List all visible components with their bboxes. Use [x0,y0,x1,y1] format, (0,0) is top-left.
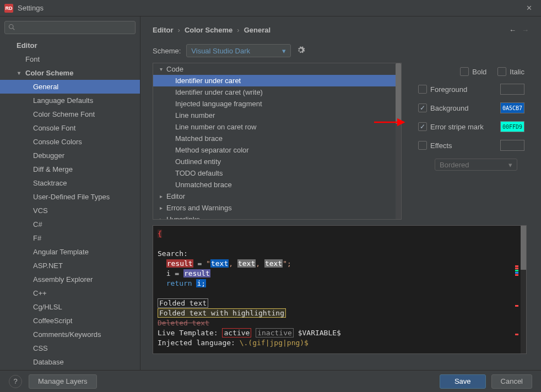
error-stripe-mark[interactable] [515,265,518,267]
breadcrumb-item[interactable]: Editor [153,26,174,34]
scrollbar[interactable] [396,63,401,219]
effects-checkbox[interactable]: Effects [418,141,452,150]
tree-item[interactable]: User-Defined File Types [0,190,140,204]
checkbox-icon [418,141,427,150]
chevron-down-icon: ▾ [282,47,286,55]
tree-item[interactable]: Comments/Keywords [0,328,140,341]
bold-checkbox[interactable]: Bold [460,67,486,76]
error-stripe-mark[interactable] [515,274,518,276]
preview-editor[interactable]: { Search: result = "text, text, text"; i… [153,225,527,354]
scrollbar-thumb[interactable] [396,63,401,124]
chevron-right-icon: › [178,26,180,34]
tree-item[interactable]: C++ [0,286,140,300]
checkbox-icon [418,85,427,94]
tree-item-label: Console Colors [33,138,82,146]
tree-item-label: Diff & Merge [33,165,73,173]
tree-item-label: General [33,83,58,91]
checkbox-icon [418,104,427,112]
nav-back-icon[interactable]: ← [509,26,516,34]
scheme-tree-group[interactable]: ▾Code [153,63,401,75]
chevron-right-icon: › [237,26,239,34]
scheme-tree-item[interactable]: TODO defaults [153,167,401,179]
error-stripe-mark[interactable] [515,305,518,307]
settings-search[interactable] [4,21,136,34]
scheme-select[interactable]: Visual Studio Dark ▾ [186,44,291,57]
app-icon: RD [4,4,13,13]
tree-item[interactable]: Language Defaults [0,94,140,107]
scheme-tree-group[interactable]: ▸Editor [153,190,401,202]
scheme-tree-label: Errors and Warnings [166,204,232,212]
background-swatch[interactable]: 0A5CB7 [500,102,524,113]
chevron-icon: ▸ [160,193,166,199]
breadcrumb-item[interactable]: Color Scheme [185,26,232,34]
tree-item[interactable]: C# [0,217,140,231]
tree-item[interactable]: Font [0,52,140,66]
chevron-down-icon: ▾ [508,161,512,169]
breadcrumb-item: General [244,26,270,34]
error-stripe-swatch[interactable]: 00FFD9 [500,121,524,132]
search-input[interactable] [17,24,132,32]
error-stripe-gutter[interactable] [514,226,518,353]
italic-checkbox[interactable]: Italic [497,67,524,76]
cancel-button[interactable]: Cancel [491,374,532,389]
svg-point-0 [9,24,14,29]
scheme-tree-group[interactable]: ▸Errors and Warnings [153,202,401,214]
scheme-tree-item[interactable]: Identifier under caret (write) [153,86,401,98]
tree-item[interactable]: Database [0,355,140,369]
tree-item[interactable]: Diff & Merge [0,162,140,176]
scheme-tree-item[interactable]: Identifier under caret [153,75,401,86]
tree-item[interactable]: Stacktrace [0,176,140,190]
tree-item[interactable]: Debugger [0,149,140,162]
scheme-element-tree[interactable]: ▾CodeIdentifier under caretIdentifier un… [153,63,402,220]
tree-item[interactable]: Color Scheme Font [0,107,140,121]
tree-item[interactable]: CoffeeScript [0,314,140,328]
scrollbar[interactable] [521,226,526,353]
error-stripe-mark[interactable] [515,270,518,271]
error-stripe-mark[interactable] [515,268,518,269]
tree-item[interactable]: Console Colors [0,135,140,149]
effects-swatch[interactable] [500,140,524,151]
scheme-tree-item[interactable]: Line number on caret row [153,121,401,133]
tree-item[interactable]: Assembly Explorer [0,273,140,286]
error-stripe-mark[interactable] [515,272,518,274]
scheme-tree-item[interactable]: Line number [153,110,401,121]
scheme-tree-item[interactable]: Injected language fragment [153,98,401,110]
preview-text: result [166,259,193,268]
tree-item-editor[interactable]: Editor [0,39,140,52]
settings-tree[interactable]: EditorFont▾Color SchemeGeneralLanguage D… [0,39,140,370]
save-button[interactable]: Save [440,374,486,389]
effects-type-select[interactable]: Bordered ▾ [435,159,517,171]
scrollbar-thumb[interactable] [521,226,526,270]
bold-label: Bold [472,68,486,76]
tree-item[interactable]: F# [0,231,140,245]
gear-icon[interactable] [296,46,305,56]
tree-item-label: Assembly Explorer [33,275,93,284]
tree-item-label: VCS [33,206,48,215]
manage-layers-button[interactable]: Manage Layers [29,374,97,389]
tree-item-label: Font [25,55,40,63]
scheme-value: Visual Studio Dark [191,47,250,55]
foreground-swatch[interactable] [500,84,524,95]
tree-item-label: Color Scheme [25,69,73,77]
scheme-tree-item[interactable]: Outlined entity [153,156,401,167]
tree-item[interactable]: ▾Color Scheme [0,66,140,80]
background-checkbox[interactable]: Background [418,104,468,112]
error-stripe-checkbox[interactable]: Error stripe mark [418,122,484,131]
scheme-tree-item[interactable]: Method separator color [153,144,401,156]
tree-item[interactable]: General [0,80,140,94]
tree-item[interactable]: Cg/HLSL [0,300,140,314]
tree-item-label: Debugger [33,151,64,160]
error-stripe-mark[interactable] [515,334,518,335]
tree-item[interactable]: ASP.NET [0,259,140,273]
scheme-tree-group[interactable]: ▸Hyperlinks [153,214,401,220]
help-button[interactable]: ? [9,375,22,388]
foreground-checkbox[interactable]: Foreground [418,85,467,94]
close-icon[interactable]: ✕ [521,3,537,14]
tree-item[interactable]: Console Font [0,121,140,135]
tree-item-label: Console Font [33,124,75,132]
tree-item[interactable]: Angular Template [0,245,140,259]
tree-item[interactable]: VCS [0,204,140,217]
scheme-tree-item[interactable]: Matched brace [153,133,401,144]
tree-item[interactable]: CSS [0,341,140,355]
scheme-tree-item[interactable]: Unmatched brace [153,179,401,190]
